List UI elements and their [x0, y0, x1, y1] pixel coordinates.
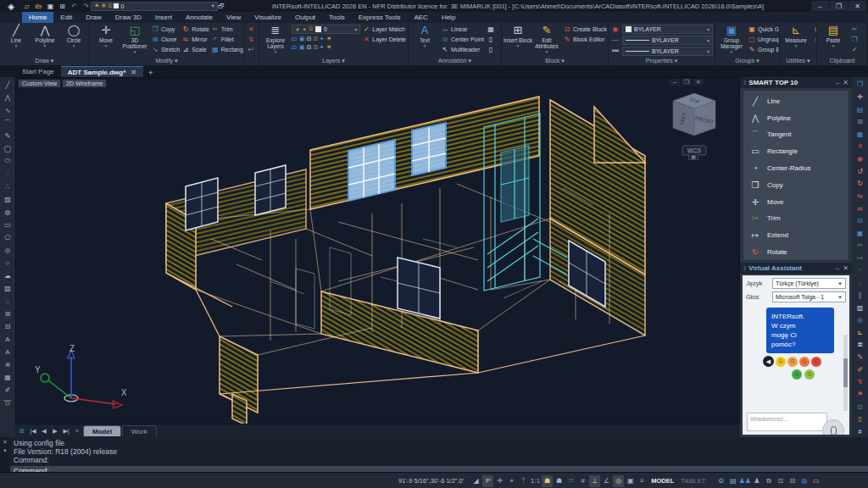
arc-icon[interactable]: ⌒: [2, 117, 14, 129]
layer-tool-icon[interactable]: ▣: [299, 44, 305, 51]
language-select[interactable]: Türkçe (Türkiye)▼: [772, 278, 846, 289]
insert-block-button[interactable]: ⊞Insert Block▾: [504, 24, 532, 57]
viewport-custom-view-button[interactable]: Custom View: [19, 80, 60, 87]
doc-tab-adt-sample-dwg-[interactable]: ADT Sample.dwg*✕: [61, 66, 143, 77]
feedback-emoji-icon[interactable]: ☺: [811, 357, 821, 367]
helix-icon[interactable]: ➰: [2, 396, 14, 408]
monitor-icon[interactable]: ⊡: [775, 475, 786, 487]
drawing-viewport[interactable]: Custom View2D Wireframe –❐✕: [15, 77, 740, 424]
freehand-icon[interactable]: ✎: [2, 130, 14, 141]
link-icon[interactable]: ⊞: [854, 116, 866, 128]
center-point-button[interactable]: ⊙Center Point: [441, 34, 484, 44]
lweight-icon[interactable]: ▬: [610, 45, 620, 54]
brush-icon[interactable]: ✐: [854, 363, 866, 375]
app-logo-icon[interactable]: ◈: [0, 0, 22, 12]
trim-button[interactable]: ✂Trim: [211, 24, 244, 34]
copy-button[interactable]: ❐Copy: [151, 24, 180, 34]
text-icon[interactable]: A: [2, 333, 14, 345]
grid-icon[interactable]: #: [854, 426, 866, 438]
extend-icon[interactable]: ↦: [854, 252, 866, 264]
chevron-down-icon[interactable]: ▾: [3, 447, 7, 454]
close-icon[interactable]: ✕: [3, 439, 8, 446]
colorwheel-icon[interactable]: ◉: [610, 25, 620, 34]
pages-icon[interactable]: ▯: [486, 45, 496, 54]
multileader-button[interactable]: ↖Multileader: [441, 44, 484, 54]
polyline-button[interactable]: ⋀Polyline▾: [31, 24, 59, 57]
table-icon[interactable]: ▦: [486, 25, 496, 34]
user-a-icon[interactable]: ☗: [542, 475, 553, 487]
voice-select[interactable]: Microsoft Tolga - 1▼: [772, 291, 846, 302]
assistant-panel-titlebar[interactable]: ‖ Virtual Assistant – ✕: [740, 263, 852, 274]
lwt-icon[interactable]: ≡: [637, 475, 648, 487]
split-icon[interactable]: ⊟: [854, 215, 866, 227]
ortho-icon[interactable]: ⊥: [589, 475, 600, 487]
redo-icon[interactable]: ↷: [81, 3, 91, 10]
block-editor-button[interactable]: ✎Block Editor: [563, 34, 607, 44]
chart-icon[interactable]: ▥: [854, 302, 866, 313]
layer-tool-icon[interactable]: 🗁: [292, 44, 298, 51]
copy-icon[interactable]: ❐: [854, 79, 866, 91]
undo-icon[interactable]: ↶: [70, 3, 79, 10]
doc-tab-start-page[interactable]: Start Page: [15, 66, 61, 77]
text-button[interactable]: AText▾: [410, 24, 439, 57]
polar-icon[interactable]: ∠: [601, 475, 612, 487]
menu-tab-output[interactable]: Output: [288, 12, 322, 23]
menu-tab-help[interactable]: Help: [435, 12, 462, 23]
sheet-tab-work[interactable]: Work: [122, 425, 157, 436]
isometric-icon[interactable]: ᛉ: [518, 475, 529, 487]
feedback-emoji-icon[interactable]: ☺: [792, 369, 802, 380]
menu-tab-insert[interactable]: Insert: [148, 12, 179, 23]
feedback-emoji-icon[interactable]: ☺: [804, 369, 815, 380]
model-space-button[interactable]: MODEL: [648, 477, 677, 485]
menu-tab-home[interactable]: Home: [22, 12, 53, 23]
etrack-icon[interactable]: ▣: [625, 475, 636, 487]
quick-layer-dropdown[interactable]: ☀ ❄ ⚿ 0 ▾: [91, 2, 218, 11]
layer-tool-icon[interactable]: ✦: [320, 36, 325, 42]
polygon-icon[interactable]: ⬠: [2, 231, 14, 243]
feedback-emoji-icon[interactable]: ☺: [787, 357, 798, 367]
move-button[interactable]: ✛Move▾: [92, 24, 120, 57]
layer-tool-icon[interactable]: ⚿: [314, 44, 318, 51]
3d-positioner-button[interactable]: ◱3D Positioner▾: [120, 24, 149, 57]
linetype-select[interactable]: BYLAYER▾: [622, 36, 713, 45]
chamfer-icon[interactable]: ◟: [854, 277, 866, 289]
edit-attributes-button[interactable]: ✎Edit Attributes▾: [532, 24, 561, 57]
measure-icon[interactable]: ⊾: [854, 327, 866, 339]
measure-button[interactable]: ⊾Measure▾: [782, 24, 810, 57]
move-icon[interactable]: ✛: [854, 92, 866, 103]
zoom-icon[interactable]: ◎: [854, 314, 866, 326]
tablet-button[interactable]: TABLET: [677, 477, 709, 485]
line-button[interactable]: ╱Line▾: [2, 24, 31, 57]
fillet-icon[interactable]: ◜: [854, 264, 866, 276]
cell-icon[interactable]: ⊡: [854, 401, 866, 413]
stretch-button[interactable]: ↘Stretch: [151, 44, 180, 54]
cut-icon[interactable]: ✂: [849, 25, 860, 34]
menu-tab-aec[interactable]: AEC: [407, 12, 434, 23]
smart-item-trim[interactable]: ✂Trim: [748, 211, 849, 227]
new-tab-button[interactable]: +: [143, 69, 158, 77]
mirror-icon[interactable]: ⇋: [854, 191, 866, 202]
spline-icon[interactable]: ∿: [2, 104, 14, 116]
user-b-icon[interactable]: ☗: [554, 475, 565, 487]
group-icon[interactable]: ▣: [854, 228, 866, 240]
microphone-button[interactable]: [822, 419, 844, 435]
smart-item-move[interactable]: ✛Move: [748, 194, 849, 210]
message-input[interactable]: Wiadomość...: [747, 413, 827, 431]
rotate2-icon[interactable]: ↻: [854, 178, 866, 190]
hatch-icon[interactable]: ▨: [2, 193, 14, 205]
create-block-button[interactable]: ⊡Create Block: [563, 24, 607, 34]
screens-icon[interactable]: ⧉: [763, 475, 774, 487]
circle-icon[interactable]: ◯: [2, 142, 14, 154]
explore-layers-button[interactable]: ≣Explore Layers▾: [261, 24, 290, 57]
erase-icon[interactable]: ✕: [246, 25, 256, 34]
align-icon[interactable]: ⇌: [854, 202, 866, 214]
ellipse-icon[interactable]: ⬭: [2, 155, 14, 167]
smart-item-rotate[interactable]: ↻Rotate: [748, 244, 849, 260]
sketch-icon[interactable]: ✐: [2, 384, 14, 396]
esnap-icon[interactable]: ◎: [613, 475, 624, 487]
redline-icon[interactable]: ↯: [854, 376, 866, 388]
mdi-minimize-button[interactable]: –: [670, 79, 680, 86]
ungroup-button[interactable]: ▢Ungroup: [748, 34, 780, 44]
lineweight-select[interactable]: BYLAYER▾: [622, 47, 713, 56]
paste-special-icon[interactable]: ▤: [854, 103, 866, 115]
